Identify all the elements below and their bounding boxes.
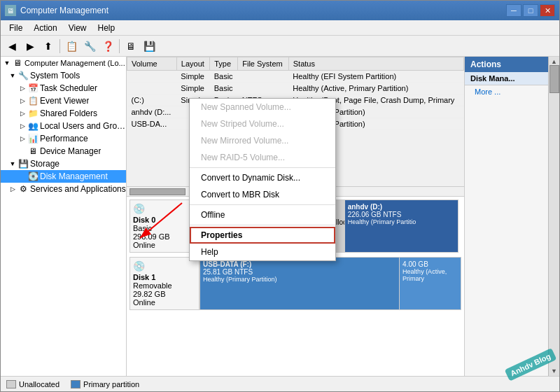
tree-item-task-scheduler[interactable]: ▷ 📅 Task Scheduler [1,82,126,94]
tree-item-disk-management[interactable]: 💽 Disk Management [1,170,126,183]
disk-1-name: Disk 1 [133,273,196,281]
ctx-new-mirrored[interactable]: New Mirrored Volume... [190,132,335,149]
unallocated-color-box [6,380,16,388]
left-panel: ▼ 🖥 Computer Management (Lo... ▼ 🔧 Syste… [1,57,127,376]
task-scheduler-icon: 📅 [27,83,38,93]
extra-btn1[interactable]: 🖥 [122,38,139,55]
cell-status: Healthy (Active, Primary Partition) [288,83,463,94]
primary-color-box [71,380,80,388]
ctx-convert-mbr[interactable]: Convert to MBR Disk [190,186,335,203]
ctx-properties[interactable]: Properties [190,227,335,244]
expand-icon [18,148,27,155]
local-users-icon: 👥 [27,121,38,131]
h-scroll-thumb[interactable] [130,188,186,195]
table-row[interactable]: SimpleBasicHealthy (EFI System Partition… [127,71,464,83]
scroll-up-arrow[interactable]: ▲ [551,58,557,65]
tree-label-shared-folders: Shared Folders [40,108,97,118]
partition-d[interactable]: anhdv (D:) 226.06 GB NTFS Healthy (Prima… [345,200,458,252]
close-button[interactable]: ✕ [540,4,555,17]
disk-1-size: 29.82 GB [133,290,196,298]
tree-item-root[interactable]: ▼ 🖥 Computer Management (Lo... [1,57,126,69]
shared-folders-icon: 📁 [27,108,38,118]
cell-volume [127,71,177,83]
maximize-button[interactable]: □ [523,4,538,17]
toolbar-separator2 [119,39,120,53]
vertical-scrollbar[interactable]: ▲ ▼ [548,57,559,376]
titlebar: 🖥 Computer Management ─ □ ✕ [1,1,559,20]
expand-icon: ▷ [8,186,18,192]
ctx-new-striped[interactable]: New Striped Volume... [190,115,335,132]
expand-icon: ▷ [18,122,27,130]
disk-management-icon: 💽 [27,172,38,181]
disk-0-name: Disk 0 [133,216,196,224]
tree-label-event-viewer: Event Viewer [40,96,89,106]
tree-label-disk-management: Disk Management [40,172,108,181]
table-row[interactable]: SimpleBasicHealthy (Active, Primary Part… [127,83,464,94]
storage-icon: 💾 [18,159,29,169]
col-type: Type [210,57,238,71]
actions-title: Actions [465,57,548,72]
disk-row-1: 💿 Disk 1 Removable 29.82 GB Online USB-D… [130,257,461,310]
cell-volume: anhdv (D:... [127,106,177,118]
actions-more-item[interactable]: More ... [465,85,548,98]
tree-label-task-scheduler: Task Scheduler [40,83,97,93]
menu-file[interactable]: File [4,22,28,34]
disk-1-drive-icon: 💿 [133,260,196,272]
col-status: Status [288,57,463,71]
ctx-convert-dynamic[interactable]: Convert to Dynamic Disk... [190,169,335,186]
tree-label-performance: Performance [40,134,88,144]
scroll-thumb[interactable] [550,65,559,93]
ctx-help[interactable]: Help [190,244,335,260]
disk-1-info: 💿 Disk 1 Removable 29.82 GB Online [130,257,200,310]
expand-icon: ▼ [2,59,12,66]
tree-item-local-users[interactable]: ▷ 👥 Local Users and Grou... [1,120,126,132]
ctx-new-spanned[interactable]: New Spanned Volume... [190,99,335,115]
help-toolbar-button[interactable]: ❓ [99,38,116,55]
cell-volume: USB-DA... [127,118,177,130]
expand-icon [18,173,27,180]
menu-help[interactable]: Help [92,22,121,34]
properties-toolbar-button[interactable]: 🔧 [81,38,98,55]
toolbar-separator [59,39,60,53]
computer-icon: 🖥 [12,58,23,68]
tree-label-system-tools: System Tools [30,71,80,80]
ctx-sep-1 [190,167,335,168]
scroll-down-arrow[interactable]: ▼ [551,368,557,374]
extra-btn2[interactable]: 💾 [141,38,158,55]
disk-1-status: Online [133,298,196,307]
menu-action[interactable]: Action [28,22,62,34]
legend-primary: Primary partition [71,380,139,388]
titlebar-buttons: ─ □ ✕ [506,4,555,17]
disk-row-scrollbar [458,200,461,253]
ctx-offline[interactable]: Offline [190,206,335,223]
tree-item-device-manager[interactable]: 🖥 Device Manager [1,145,126,158]
partition-f-status: Healthy (Primary Partition) [203,276,396,283]
disk-0-type: Basic [133,224,196,232]
col-volume: Volume [127,57,177,71]
context-menu: New Spanned Volume... New Striped Volume… [189,98,336,261]
tree-label-root: Computer Management (Lo... [24,59,125,67]
tree-item-storage[interactable]: ▼ 💾 Storage [1,158,126,170]
tree-item-shared-folders[interactable]: ▷ 📁 Shared Folders [1,107,126,120]
tree-item-system-tools[interactable]: ▼ 🔧 System Tools [1,69,126,82]
cell-layout: Simple [176,83,209,94]
partition-f[interactable]: USB-DATA (F:) 25.81 GB NTFS Healthy (Pri… [200,258,400,309]
up-button[interactable]: ⬆ [40,38,57,55]
tree-item-services[interactable]: ▷ ⚙ Services and Applications [1,183,126,195]
cell-filesystem [238,71,289,83]
tree-item-event-viewer[interactable]: ▷ 📋 Event Viewer [1,94,126,107]
ctx-new-raid5[interactable]: New RAID-5 Volume... [190,149,335,166]
legend-unallocated: Unallocated [6,380,59,388]
back-button[interactable]: ◀ [4,38,20,55]
forward-button[interactable]: ▶ [22,38,38,55]
partition-g-status: Healthy (Active, Primary [402,268,458,282]
cell-filesystem [238,83,289,94]
expand-icon: ▷ [18,110,27,117]
device-manager-icon: 🖥 [27,146,38,156]
show-hide-button[interactable]: 📋 [63,38,80,55]
menu-view[interactable]: View [63,22,92,34]
tree-label-storage: Storage [30,159,59,169]
minimize-button[interactable]: ─ [506,4,522,17]
partition-g[interactable]: 4.00 GB Healthy (Active, Primary [400,258,461,309]
tree-item-performance[interactable]: ▷ 📊 Performance [1,132,126,145]
